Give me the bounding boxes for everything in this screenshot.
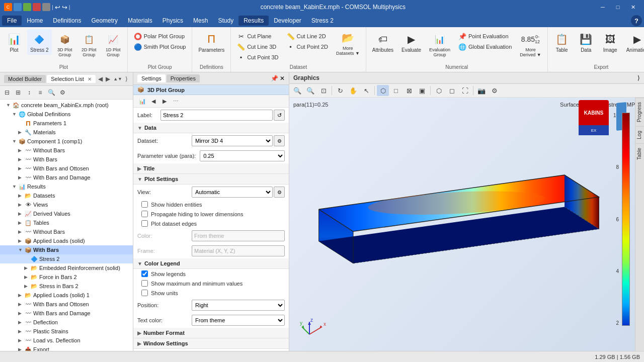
ribbon-parameters-button[interactable]: Π Parameters <box>195 29 227 55</box>
tree-results[interactable]: ▼ 📊 Results <box>0 182 133 191</box>
table-side-tab[interactable]: Table <box>635 143 644 164</box>
menu-physics[interactable]: Physics <box>157 16 188 26</box>
dataset-select-btn[interactable]: ⚙ <box>274 135 285 146</box>
tree-collapse-all[interactable]: ⊟ <box>2 87 12 98</box>
dataset-select[interactable]: Mirror 3D 4 <box>192 135 273 146</box>
graphics-area[interactable]: para(11)=0.25 Surface: von Mises stress … <box>289 98 644 351</box>
menu-home[interactable]: Home <box>22 16 48 26</box>
tree-with-bars-ottosen-results[interactable]: ▶ 〰 With Bars and Ottosen <box>0 300 133 309</box>
tree-with-bars-damage-results[interactable]: ▶ 〰 With Bars and Damage <box>0 309 133 318</box>
nav-right[interactable]: ▶ <box>105 74 111 83</box>
tree-applied-loads-solid1[interactable]: ▶ 📂 Applied Loads (solid) 1 <box>0 291 133 300</box>
ribbon-cutpoint2d-button[interactable]: • Cut Point 2D <box>284 42 331 52</box>
ribbon-evaluate-button[interactable]: ▶ Evaluate <box>398 29 424 55</box>
view-select-btn[interactable]: ⚙ <box>274 187 285 198</box>
graphics-zoom-fit[interactable]: ⊡ <box>317 85 330 96</box>
section-colorlegend-header[interactable]: ▼ Color Legend <box>133 258 289 269</box>
tree-filter[interactable]: ≡ <box>35 87 45 98</box>
graphics-pan[interactable]: ✋ <box>347 85 359 96</box>
tree-component1[interactable]: ▼ 📦 Component 1 (comp1) <box>0 137 133 146</box>
ribbon-polar-button[interactable]: ⭕ Polar Plot Group <box>131 31 189 41</box>
ribbon-globaleval-button[interactable]: 🌐 Global Evaluation <box>455 42 515 52</box>
nav-left[interactable]: ◀ <box>97 74 104 83</box>
textcolor-select[interactable]: From theme <box>192 315 285 326</box>
graphics-rotate[interactable]: ↻ <box>334 85 346 96</box>
graphics-select[interactable]: ↖ <box>360 85 372 96</box>
section-numberformat-header[interactable]: ▶ Number Format <box>133 328 289 338</box>
ribbon-cutline3d-button[interactable]: 📏 Cut Line 3D <box>234 42 281 52</box>
graphics-top-view[interactable]: ⊠ <box>403 85 415 96</box>
ribbon-cutplane-button[interactable]: ✂ Cut Plane <box>234 31 281 41</box>
param-value-select[interactable]: 0.25 <box>200 150 285 161</box>
propagate-hiding-checkbox[interactable] <box>141 211 148 217</box>
menu-definitions[interactable]: Definitions <box>48 16 86 26</box>
maximize-button[interactable]: □ <box>611 2 625 12</box>
log-side-tab[interactable]: Log <box>635 126 644 143</box>
label-input[interactable] <box>160 110 273 121</box>
menu-study[interactable]: Study <box>213 16 238 26</box>
graphics-front-view[interactable]: □ <box>390 85 402 96</box>
tree-root[interactable]: ▼ 🏠 concrete beam_KabinEx.mph (root) <box>0 101 133 110</box>
tree-deflection[interactable]: ▶ 〰 Deflection <box>0 318 133 327</box>
ribbon-morederived-button[interactable]: 8.850-12 MoreDerived ▼ <box>517 29 544 59</box>
ribbon-image-button[interactable]: 🖼 Image <box>599 29 621 55</box>
graphics-wireframe[interactable]: ⬡ <box>433 85 445 96</box>
redo-icon[interactable]: ↪ <box>62 4 67 11</box>
graphics-right-view[interactable]: ▣ <box>416 85 428 96</box>
minimize-button[interactable]: ─ <box>596 2 610 12</box>
ribbon-table-button[interactable]: 📋 Table <box>551 29 573 55</box>
pg-prev-btn[interactable]: ◀ <box>148 96 158 106</box>
menu-file[interactable]: File <box>2 16 22 26</box>
progress-side-tab[interactable]: Progress <box>635 98 644 126</box>
middle-pin-button[interactable]: 📌 <box>271 75 278 82</box>
ribbon-data-button[interactable]: 💾 Data <box>575 29 597 55</box>
ribbon-moredatasets-button[interactable]: 📂 MoreDatasets ▼ <box>333 31 363 56</box>
graphics-fullscreen[interactable]: ⛶ <box>459 85 471 96</box>
show-units-checkbox[interactable] <box>141 290 148 296</box>
ribbon-3dplotgroup-button[interactable]: 📦 3D PlotGroup <box>54 29 76 59</box>
tree-with-bars-ottosen[interactable]: ▶ 〰 With Bars and Ottosen <box>0 164 133 173</box>
tab-selection-list[interactable]: Selection List ✕ <box>47 75 95 83</box>
tree-expand-all[interactable]: ⊞ <box>13 87 23 98</box>
menu-mesh[interactable]: Mesh <box>188 16 213 26</box>
pg-plot-btn[interactable]: 📊 <box>137 96 147 106</box>
graphics-transparency[interactable]: ◻ <box>446 85 458 96</box>
ribbon-cutline2d-button[interactable]: 📏 Cut Line 2D <box>284 31 331 41</box>
tree-global-definitions[interactable]: ▼ 🌐 Global Definitions <box>0 110 133 119</box>
menu-results[interactable]: Results <box>238 16 269 26</box>
show-legends-checkbox[interactable] <box>141 270 148 277</box>
section-title-header[interactable]: ▶ Title <box>133 163 289 174</box>
view-select[interactable]: Automatic <box>192 187 273 198</box>
tree-stress2[interactable]: 🔷 Stress 2 <box>0 254 133 263</box>
panel-expand[interactable]: ⟩ <box>124 74 129 83</box>
section-windowsettings-header[interactable]: ▶ Window Settings <box>133 338 289 349</box>
ribbon-plot-button[interactable]: 📊 Plot <box>3 29 25 55</box>
tree-datasets[interactable]: ▶ 📂 Datasets <box>0 191 133 200</box>
tree-embedded-reinforcement[interactable]: ▶ 📂 Embedded Reinforcement (solid) <box>0 263 133 273</box>
tree-with-bars-results[interactable]: ▼ 📦 With Bars <box>0 245 133 254</box>
tree-load-deflection[interactable]: ▶ 〰 Load vs. Deflection <box>0 336 133 345</box>
tab-model-builder[interactable]: Model Builder <box>4 75 46 83</box>
show-maxmin-checkbox[interactable] <box>141 280 148 287</box>
section-plotsettings-header[interactable]: ▼ Plot Settings <box>133 174 289 185</box>
tree-force-bars2[interactable]: ▶ 📂 Force in Bars 2 <box>0 273 133 282</box>
tree-search[interactable]: 🔍 <box>46 87 56 98</box>
tree-views[interactable]: ▶ 👁 Views <box>0 200 133 209</box>
pg-next-btn[interactable]: ▶ <box>159 96 170 106</box>
tree-without-bars-results[interactable]: ▶ 〰 Without Bars <box>0 227 133 236</box>
graphics-settings[interactable]: ⚙ <box>489 85 501 96</box>
ribbon-pointeval-button[interactable]: 📌 Point Evaluation <box>455 31 515 41</box>
ribbon-evalgroup-button[interactable]: 📊 EvaluationGroup <box>426 29 453 59</box>
ribbon-stress2-button[interactable]: 🔷 Stress 2 <box>27 29 52 55</box>
tree-settings[interactable]: ⚙ <box>57 87 67 98</box>
menu-geometry[interactable]: Geometry <box>86 16 123 26</box>
ribbon-cutpoint3d-button[interactable]: • Cut Point 3D <box>234 52 281 62</box>
graphics-screenshot[interactable]: 📷 <box>475 85 488 96</box>
nav-up[interactable]: ▲▼ <box>112 75 123 82</box>
selection-list-close[interactable]: ✕ <box>88 76 92 82</box>
menu-materials[interactable]: Materials <box>123 16 157 26</box>
tree-with-bars-damage[interactable]: ▶ 〰 With Bars and Damage <box>0 173 133 182</box>
tree-stress-bars2[interactable]: ▶ 📂 Stress in Bars 2 <box>0 282 133 291</box>
middle-close-button[interactable]: ✕ <box>280 75 285 82</box>
tree-applied-loads-solid[interactable]: ▶ 📦 Applied Loads (solid) <box>0 236 133 245</box>
